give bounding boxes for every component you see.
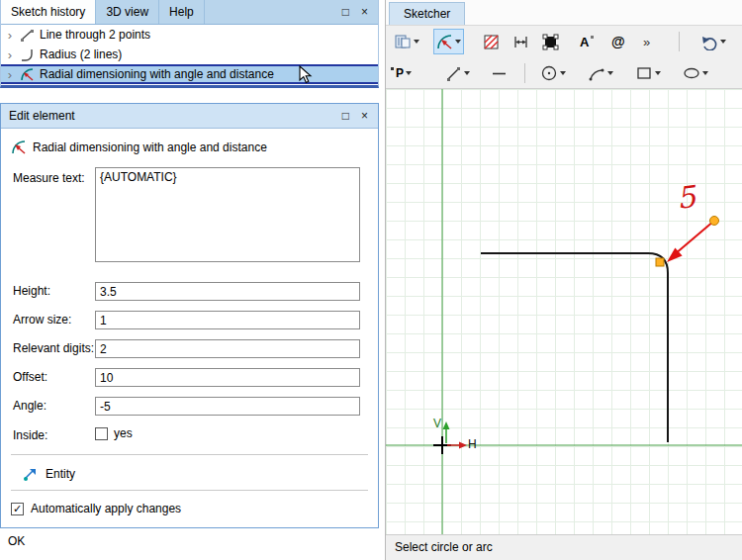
chevron-right-icon[interactable]: › <box>5 28 15 43</box>
maximize-icon[interactable]: □ <box>342 6 349 18</box>
entity-pick-icon <box>23 467 38 482</box>
height-label: Height: <box>13 284 50 298</box>
relevant-digits-label: Relevant digits: <box>13 341 94 355</box>
entity-label: Entity <box>46 467 75 481</box>
toolbar-separator <box>679 32 680 51</box>
hatch-icon <box>483 34 500 50</box>
radial-dimension-tool-button[interactable] <box>433 29 464 54</box>
ellipse-tool-button[interactable] <box>681 60 710 86</box>
tab-sketch-history[interactable]: Sketch history <box>1 0 96 24</box>
point-tool-button[interactable]: P <box>394 60 414 86</box>
list-item-radius[interactable]: › Radius (2 lines) <box>1 45 378 64</box>
dimension-text-handle[interactable] <box>710 217 719 226</box>
close-icon[interactable]: × <box>361 6 368 18</box>
arrow-size-label: Arrow size: <box>13 313 71 327</box>
arc-tool-button[interactable] <box>586 60 615 86</box>
arrow-size-input[interactable] <box>95 311 360 329</box>
dropdown-arrow-icon[interactable] <box>406 71 412 75</box>
list-item-label: Radial dimensioning with angle and dista… <box>40 67 274 81</box>
region-tool-button[interactable] <box>540 29 561 54</box>
horizontal-line-tool-button[interactable] <box>489 60 510 86</box>
entity-button[interactable]: Entity <box>23 462 75 486</box>
ellipse-tool-icon <box>683 64 700 82</box>
height-input[interactable] <box>95 282 360 301</box>
horizontal-dimension-button[interactable] <box>510 29 531 54</box>
arc-handle[interactable] <box>656 258 664 266</box>
toolbar-overflow-button[interactable]: » <box>641 29 652 54</box>
sketch-history-panel: Sketch history 3D view Help □ × › Line t… <box>0 0 379 88</box>
h-axis-arrowhead-icon <box>459 442 467 449</box>
dimension-leader-line[interactable] <box>675 221 714 254</box>
radial-dimension-icon <box>11 140 26 154</box>
tab-3d-view[interactable]: 3D view <box>96 0 159 24</box>
mouse-cursor <box>299 65 314 85</box>
chevron-right-icon[interactable]: › <box>5 67 15 82</box>
horizontal-line-icon <box>491 65 508 82</box>
app-window: Sketch history 3D view Help □ × › Line t… <box>0 0 742 560</box>
circle-tool-button[interactable] <box>538 60 568 86</box>
sketcher-toolbars: A @ » P <box>386 26 742 89</box>
inside-option-label: yes <box>114 426 133 440</box>
dropdown-arrow-icon[interactable] <box>702 71 708 75</box>
v-axis-arrowhead-icon <box>443 421 450 429</box>
sketcher-tabbar: Sketcher <box>386 0 742 26</box>
edit-header-label: Radial dimensioning with angle and dista… <box>33 140 267 154</box>
dropdown-arrow-icon[interactable] <box>414 40 419 44</box>
edit-element-panel: Edit element □ × Radial dimensioning wit… <box>0 103 379 528</box>
dropdown-arrow-icon[interactable] <box>560 71 566 75</box>
radial-dimension-icon <box>436 34 453 50</box>
rectangle-tool-button[interactable] <box>633 60 663 86</box>
text-tool-button[interactable]: A <box>578 29 596 54</box>
inside-checkbox[interactable] <box>95 427 108 440</box>
circle-tool-icon <box>540 64 558 82</box>
text-tool-mark <box>591 36 594 39</box>
dropdown-arrow-icon[interactable] <box>455 40 461 44</box>
close-icon[interactable]: × <box>361 110 368 122</box>
line-tool-icon <box>445 65 462 82</box>
maximize-icon[interactable]: □ <box>342 110 349 122</box>
dimension-value-text[interactable]: 5 <box>675 179 697 216</box>
pattern-library-icon <box>394 33 412 50</box>
arc-tool-icon <box>588 64 605 82</box>
edit-element-titlebar: Edit element □ × <box>1 104 378 129</box>
sketch-canvas[interactable]: V H 5 <box>386 89 742 534</box>
list-item-label: Radius (2 lines) <box>40 47 122 61</box>
rectangle-tool-icon <box>635 64 653 82</box>
chevron-right-icon[interactable]: › <box>5 47 15 62</box>
relevant-digits-input[interactable] <box>95 339 360 358</box>
line-tool-button[interactable] <box>443 60 472 86</box>
sketch-geometry-path[interactable] <box>481 253 668 442</box>
offset-input[interactable] <box>95 368 360 387</box>
list-item-line-through-2-points[interactable]: › Line through 2 points <box>1 25 378 45</box>
measure-text-label: Measure text: <box>13 171 85 185</box>
panel-title: Edit element <box>9 109 75 123</box>
line-icon <box>20 28 35 43</box>
undo-button[interactable] <box>698 29 728 54</box>
list-item-radial-dimensioning[interactable]: › Radial dimensioning with angle and dis… <box>1 64 378 84</box>
point-tool-icon: P <box>396 66 404 80</box>
symbol-tool-button[interactable]: @ <box>609 29 627 54</box>
dropdown-arrow-icon[interactable] <box>464 71 470 75</box>
auto-apply-checkbox[interactable]: ✓ <box>11 503 24 515</box>
dropdown-arrow-icon[interactable] <box>655 71 661 75</box>
dropdown-arrow-icon[interactable] <box>720 40 726 44</box>
auto-apply-label: Automatically apply changes <box>31 502 181 515</box>
edit-header: Radial dimensioning with angle and dista… <box>11 140 267 154</box>
angle-input[interactable] <box>95 397 360 416</box>
sketcher-panel: Sketcher <box>385 0 742 560</box>
dropdown-arrow-icon[interactable] <box>607 71 613 75</box>
h-axis-label: H <box>468 437 477 451</box>
tab-sketcher[interactable]: Sketcher <box>389 2 465 25</box>
v-axis-label: V <box>433 417 441 430</box>
history-tabbar: Sketch history 3D view Help □ × <box>1 0 378 25</box>
overflow-chevrons-icon: » <box>643 35 650 49</box>
toolbar-separator <box>524 63 525 83</box>
undo-icon <box>700 34 718 50</box>
ok-prompt: OK <box>8 534 25 548</box>
separator <box>11 490 368 491</box>
measure-text-input[interactable]: {AUTOMATIC} <box>95 167 360 262</box>
pattern-library-button[interactable] <box>392 29 421 54</box>
tab-help[interactable]: Help <box>159 0 205 24</box>
hatch-tool-button[interactable] <box>481 29 502 54</box>
horizontal-dimension-icon <box>512 34 529 50</box>
